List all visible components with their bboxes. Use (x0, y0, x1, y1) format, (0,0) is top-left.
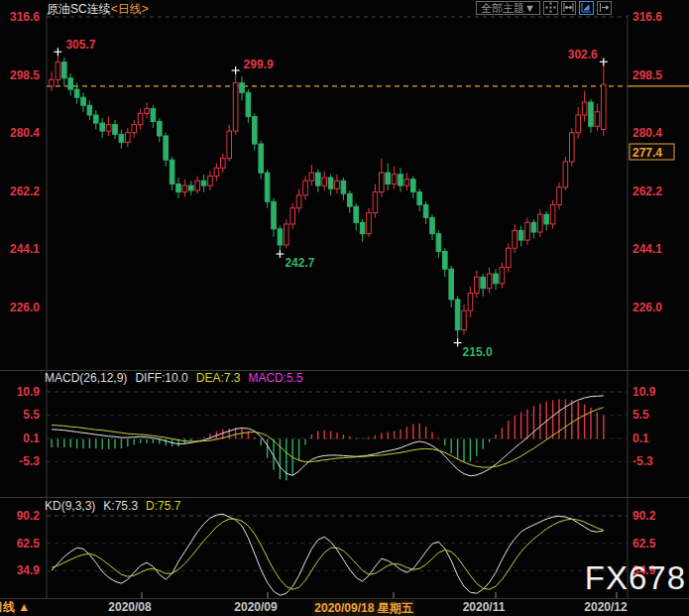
svg-text:10.9: 10.9 (632, 385, 656, 399)
chart-app: 原油SC连续<日线> 全部主题▼ (0, 0, 689, 616)
svg-text:62.5: 62.5 (17, 537, 41, 551)
svg-text:10.9: 10.9 (17, 385, 41, 399)
svg-text:316.6: 316.6 (10, 10, 40, 24)
svg-text:244.1: 244.1 (10, 242, 40, 256)
svg-text:298.5: 298.5 (10, 68, 40, 82)
svg-text:305.7: 305.7 (65, 38, 95, 52)
svg-text:90.2: 90.2 (632, 509, 656, 523)
macd-diff-readout: DIFF:10.0 (135, 371, 187, 385)
watermark: FX678 (585, 559, 686, 597)
date-label: 2020/08 (108, 600, 151, 614)
svg-text:242.7: 242.7 (285, 256, 314, 270)
instrument-name: 原油SC连续 (47, 2, 111, 16)
crosshair-icon (545, 2, 556, 13)
svg-text:0.1: 0.1 (23, 431, 40, 445)
toolbar: 全部主题▼ (476, 0, 612, 15)
svg-text:-5.3: -5.3 (632, 454, 653, 468)
page-title: 原油SC连续<日线> (47, 1, 149, 18)
kd-params-label: KD(9,3,3) (45, 499, 95, 513)
svg-text:316.6: 316.6 (632, 10, 662, 24)
macd-params-label: MACD(26,12,9) (45, 371, 127, 385)
svg-text:90.2: 90.2 (17, 509, 41, 523)
date-label: 2020/09 (234, 600, 277, 614)
period-indicator[interactable]: 日线 ▲ (0, 599, 30, 616)
svg-text:-5.3: -5.3 (19, 454, 40, 468)
svg-text:5.5: 5.5 (632, 408, 649, 422)
svg-text:0.1: 0.1 (632, 431, 649, 445)
kd-header: KD(9,3,3)K:75.3D:75.7 (45, 499, 180, 513)
last-price-box: 277.4 (630, 144, 674, 160)
date-axis: 2020/082020/092020/112020/122020/09/18 星… (0, 599, 689, 616)
theme-dropdown[interactable]: 全部主题▼ (476, 1, 540, 15)
svg-text:277.4: 277.4 (632, 146, 662, 160)
pan-right-icon (599, 2, 610, 13)
active-chart-tool-icon (581, 2, 592, 13)
svg-text:62.5: 62.5 (632, 537, 656, 551)
macd-dea-readout: DEA:7.3 (196, 371, 241, 385)
svg-text:244.1: 244.1 (632, 242, 662, 256)
svg-text:299.9: 299.9 (244, 58, 274, 71)
svg-text:280.4: 280.4 (632, 126, 662, 140)
svg-text:226.0: 226.0 (10, 301, 40, 314)
svg-text:215.0: 215.0 (463, 345, 493, 359)
crosshair-date-label: 2020/09/18 星期五 (312, 600, 414, 616)
svg-text:280.4: 280.4 (10, 126, 40, 140)
period-label: <日线> (111, 2, 149, 16)
svg-text:298.5: 298.5 (632, 68, 662, 82)
chart-canvas[interactable]: 316.6316.6298.5298.5280.4280.4262.2262.2… (0, 0, 689, 616)
macd-macd-readout: MACD:5.5 (248, 371, 302, 385)
svg-text:226.0: 226.0 (632, 301, 662, 314)
svg-text:302.6: 302.6 (568, 48, 598, 62)
fit-width-button[interactable] (561, 1, 576, 15)
chart-tool-button-active[interactable] (579, 1, 594, 15)
date-label: 2020/12 (584, 600, 627, 614)
svg-text:5.5: 5.5 (23, 408, 40, 422)
svg-text:262.2: 262.2 (10, 185, 40, 198)
date-label: 2020/11 (463, 600, 506, 614)
fit-width-icon (563, 2, 574, 13)
kd-k-readout: K:75.3 (103, 499, 138, 513)
svg-text:262.2: 262.2 (632, 185, 662, 198)
crosshair-tool-button[interactable] (543, 1, 558, 15)
pan-right-button[interactable] (597, 1, 612, 15)
svg-text:34.9: 34.9 (17, 563, 41, 577)
macd-header: MACD(26,12,9)DIFF:10.0DEA:7.3MACD:5.5 (45, 371, 303, 385)
kd-d-readout: D:75.7 (146, 499, 180, 513)
